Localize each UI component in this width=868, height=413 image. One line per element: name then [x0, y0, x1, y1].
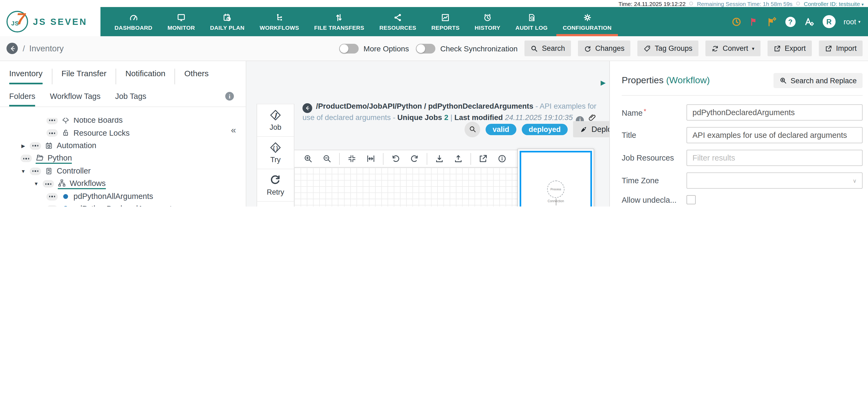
nav-item-file-transfers[interactable]: FILE TRANSFERS [307, 7, 372, 36]
expand-properties-icon[interactable]: ▶ [601, 79, 606, 87]
button-label: Tag Groups [655, 44, 692, 53]
undo-icon[interactable] [391, 154, 400, 163]
fit-icon[interactable] [347, 154, 356, 163]
nav-item-monitor[interactable]: MONITOR [160, 7, 203, 36]
tree-item-label: Workflows [70, 179, 105, 187]
workflow-back-button[interactable] [303, 103, 312, 113]
row-menu-icon[interactable] [21, 155, 32, 163]
download-icon[interactable] [435, 154, 444, 163]
row-menu-icon[interactable] [46, 193, 58, 201]
toggle-more-options[interactable]: More Options [339, 43, 409, 53]
nav-item-label: MONITOR [167, 24, 195, 31]
row-menu-icon[interactable] [30, 168, 41, 175]
row-menu-icon[interactable] [46, 206, 58, 207]
tag-groups-button[interactable]: Tag Groups [638, 40, 699, 56]
nav-item-reports[interactable]: REPORTS [424, 7, 467, 36]
import-button[interactable]: Import [818, 40, 863, 56]
tab-others[interactable]: Others [175, 69, 218, 84]
zoomin-icon[interactable] [304, 154, 313, 163]
palette-item-job[interactable]: JJob [257, 104, 294, 136]
openbox-icon[interactable] [478, 154, 488, 163]
info-icon[interactable]: i [225, 92, 234, 100]
pal-try-icon: { } [270, 142, 281, 153]
nav-item-workflows[interactable]: WORKFLOWS [252, 7, 307, 36]
tree-item-notice-boards[interactable]: Notice Boards [0, 118, 242, 127]
zoomout-icon[interactable] [322, 154, 332, 163]
help-icon[interactable]: ? [785, 17, 795, 27]
critical-flag-icon[interactable] [749, 17, 758, 26]
toolbar-divider [470, 153, 471, 165]
nav-item-dashboard[interactable]: DASHBOARD [107, 7, 160, 36]
service-flag-icon[interactable] [767, 17, 777, 27]
chevron-down-icon: ▾ [752, 46, 754, 51]
fitwidth-icon[interactable] [366, 154, 375, 163]
toolbar-actions: More OptionsCheck SynchronizationSearchC… [339, 40, 863, 56]
tree-item-automation[interactable]: ▶Automation [0, 140, 242, 152]
nav-item-history[interactable]: HISTORY [467, 7, 508, 36]
tree-item-pdpythonallarguments[interactable]: pdPythonAllArguments [0, 190, 242, 203]
unique-jobs-label: Unique Jobs [397, 114, 442, 122]
redo-icon[interactable] [410, 154, 419, 163]
breadcrumb[interactable]: Inventory [29, 43, 64, 53]
tab-inventory[interactable]: Inventory [7, 69, 52, 84]
allow-undeclared-checkbox[interactable] [686, 195, 696, 204]
scheduled-alert-icon[interactable] [731, 17, 741, 27]
subtab-job-tags[interactable]: Job Tags [115, 92, 146, 107]
nav-item-daily-plan[interactable]: DAILY PLAN [203, 7, 252, 36]
nav-item-configuration[interactable]: CONFIGURATION [555, 7, 619, 36]
tab-file-transfer[interactable]: File Transfer [52, 69, 116, 84]
convert-button[interactable]: Convert▾ [706, 40, 761, 56]
title-field[interactable]: API examples for use of declared argumen… [686, 127, 863, 143]
subtab-folders[interactable]: Folders [9, 92, 35, 107]
tree-item-pdpythondeclaredarguments[interactable]: pdPythonDeclaredArguments [0, 203, 242, 206]
palette-item-retry[interactable]: Retry [257, 169, 294, 201]
name-field[interactable]: pdPythonDeclaredArguments [686, 104, 863, 121]
toggle-check-synchronization[interactable]: Check Synchronization [416, 43, 518, 53]
breadcrumb-separator: / [23, 44, 25, 53]
upload-icon[interactable] [454, 154, 463, 163]
chevron-expanded-icon[interactable]: ▼ [33, 181, 39, 187]
changes-button[interactable]: Changes [578, 40, 630, 56]
controller-id-selector[interactable]: Controller ID: testsuite ▾ [804, 0, 864, 7]
translate-icon[interactable] [803, 16, 814, 27]
avatar[interactable]: R [823, 15, 835, 28]
tree-item-main: Resource Locks [62, 129, 130, 138]
tree-item-controller[interactable]: ▼Controller [0, 165, 242, 178]
palette-item-finish[interactable]: Finish [257, 201, 294, 206]
subtab-workflow-tags[interactable]: Workflow Tags [50, 92, 101, 107]
search-button[interactable]: Search [525, 40, 571, 56]
chevron-expanded-icon[interactable]: ▼ [21, 169, 26, 174]
row-menu-icon[interactable] [30, 142, 41, 150]
row-menu-icon[interactable] [46, 129, 58, 137]
button-label: Export [784, 44, 806, 53]
page-toolbar: / Inventory More OptionsCheck Synchroniz… [0, 36, 868, 61]
user-menu[interactable]: root ▾ [843, 18, 861, 26]
brand-logo[interactable]: JS 7 JS SEVEN [0, 7, 100, 36]
tab-underline [184, 83, 209, 84]
time-zone-select[interactable]: ∨ [686, 172, 863, 189]
search-and-replace-button[interactable]: Search and Replace [773, 73, 863, 88]
nav-item-label: CONFIGURATION [563, 24, 612, 31]
chevron-collapsed-icon[interactable]: ▶ [21, 143, 26, 149]
nav-item-label: HISTORY [475, 24, 500, 31]
tree-item-main: Notice Boards [62, 118, 123, 125]
nav-item-audit-log[interactable]: AUDIT LOG [508, 7, 555, 36]
palette-item-label: Retry [267, 189, 284, 196]
row-menu-icon[interactable] [43, 180, 54, 188]
tree-item-workflows[interactable]: ▼Workflows [0, 178, 242, 190]
workflow-path[interactable]: /ProductDemo/JobAPI/Python / pdPythonDec… [316, 102, 533, 110]
canvas-search-button[interactable] [465, 121, 480, 137]
tree-item-label: Notice Boards [73, 118, 123, 125]
row-menu-icon[interactable] [46, 118, 58, 124]
attachment-icon[interactable] [588, 114, 596, 122]
export-button[interactable]: Export [767, 40, 811, 56]
back-button[interactable] [6, 43, 18, 54]
job-resources-field[interactable]: Filter results [686, 150, 863, 166]
calendar-icon [45, 142, 53, 150]
tab-notification[interactable]: Notification [116, 69, 175, 84]
nav-item-resources[interactable]: RESOURCES [372, 7, 424, 36]
tree-item-python[interactable]: Python [0, 152, 242, 165]
infocircle-icon[interactable] [497, 154, 507, 163]
palette-item-try[interactable]: { }Try [257, 136, 294, 169]
tree-item-resource-locks[interactable]: Resource Locks [0, 127, 242, 140]
